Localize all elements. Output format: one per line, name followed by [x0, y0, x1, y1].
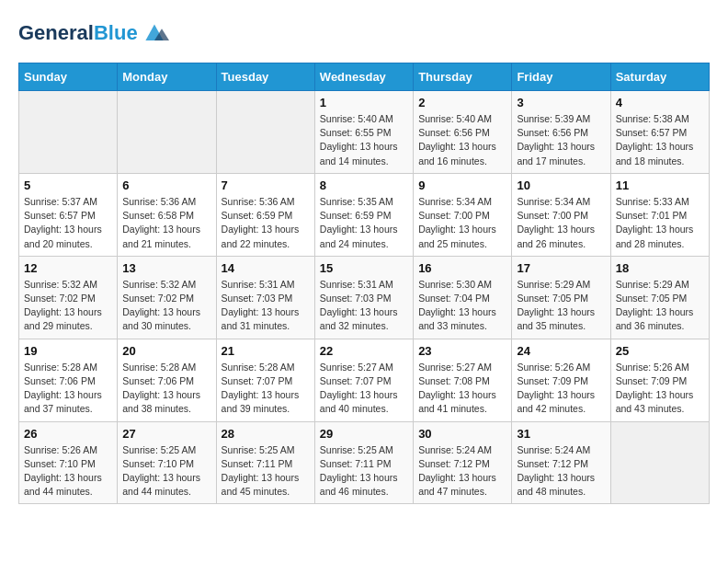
day-number: 13 — [122, 261, 210, 275]
calendar-cell: 9Sunrise: 5:34 AM Sunset: 7:00 PM Daylig… — [414, 173, 512, 256]
day-info: Sunrise: 5:26 AM Sunset: 7:09 PM Dayligh… — [616, 361, 704, 417]
logo: GeneralBlue — [18, 18, 169, 48]
calendar-week-4: 19Sunrise: 5:28 AM Sunset: 7:06 PM Dayli… — [19, 339, 710, 421]
day-number: 31 — [517, 427, 605, 441]
day-number: 29 — [320, 427, 408, 441]
day-info: Sunrise: 5:34 AM Sunset: 7:00 PM Dayligh… — [517, 195, 605, 251]
day-info: Sunrise: 5:29 AM Sunset: 7:05 PM Dayligh… — [616, 278, 704, 334]
calendar-cell: 5Sunrise: 5:37 AM Sunset: 6:57 PM Daylig… — [19, 173, 118, 256]
calendar-cell: 17Sunrise: 5:29 AM Sunset: 7:05 PM Dayli… — [512, 256, 610, 339]
calendar-cell: 23Sunrise: 5:27 AM Sunset: 7:08 PM Dayli… — [414, 339, 512, 421]
day-number: 26 — [24, 427, 112, 441]
day-info: Sunrise: 5:25 AM Sunset: 7:11 PM Dayligh… — [222, 443, 310, 500]
day-number: 8 — [320, 178, 408, 192]
day-number: 3 — [517, 96, 605, 109]
calendar-cell: 28Sunrise: 5:25 AM Sunset: 7:11 PM Dayli… — [216, 421, 314, 504]
day-info: Sunrise: 5:39 AM Sunset: 6:56 PM Dayligh… — [517, 112, 605, 168]
calendar-cell: 29Sunrise: 5:25 AM Sunset: 7:11 PM Dayli… — [314, 421, 413, 504]
day-number: 21 — [222, 344, 310, 358]
day-number: 23 — [418, 344, 506, 358]
day-number: 16 — [418, 261, 506, 275]
page-header: GeneralBlue — [18, 18, 710, 48]
day-number: 25 — [616, 344, 704, 358]
day-header-monday: Monday — [118, 63, 216, 91]
day-info: Sunrise: 5:29 AM Sunset: 7:05 PM Dayligh… — [517, 278, 605, 334]
day-header-sunday: Sunday — [19, 63, 118, 91]
day-header-saturday: Saturday — [610, 63, 709, 91]
calendar-cell: 14Sunrise: 5:31 AM Sunset: 7:03 PM Dayli… — [216, 256, 314, 339]
calendar-cell: 20Sunrise: 5:28 AM Sunset: 7:06 PM Dayli… — [118, 339, 216, 421]
day-info: Sunrise: 5:32 AM Sunset: 7:02 PM Dayligh… — [122, 278, 210, 334]
day-info: Sunrise: 5:25 AM Sunset: 7:11 PM Dayligh… — [320, 443, 408, 500]
calendar-cell — [216, 91, 314, 174]
calendar-cell: 7Sunrise: 5:36 AM Sunset: 6:59 PM Daylig… — [216, 173, 314, 256]
day-info: Sunrise: 5:27 AM Sunset: 7:07 PM Dayligh… — [320, 361, 408, 417]
calendar-week-3: 12Sunrise: 5:32 AM Sunset: 7:02 PM Dayli… — [19, 256, 710, 339]
day-info: Sunrise: 5:40 AM Sunset: 6:56 PM Dayligh… — [418, 112, 506, 168]
day-info: Sunrise: 5:30 AM Sunset: 7:04 PM Dayligh… — [418, 278, 506, 334]
day-number: 19 — [24, 344, 112, 358]
day-number: 6 — [122, 178, 210, 192]
day-number: 4 — [616, 96, 704, 109]
day-number: 18 — [616, 261, 704, 275]
day-info: Sunrise: 5:36 AM Sunset: 6:59 PM Dayligh… — [222, 195, 310, 251]
day-info: Sunrise: 5:35 AM Sunset: 6:59 PM Dayligh… — [320, 195, 408, 251]
day-info: Sunrise: 5:27 AM Sunset: 7:08 PM Dayligh… — [418, 361, 506, 417]
day-number: 17 — [517, 261, 605, 275]
calendar-cell: 26Sunrise: 5:26 AM Sunset: 7:10 PM Dayli… — [19, 421, 118, 504]
calendar-cell: 15Sunrise: 5:31 AM Sunset: 7:03 PM Dayli… — [314, 256, 413, 339]
calendar-cell — [19, 91, 118, 174]
day-info: Sunrise: 5:36 AM Sunset: 6:58 PM Dayligh… — [122, 195, 210, 251]
calendar-cell: 22Sunrise: 5:27 AM Sunset: 7:07 PM Dayli… — [314, 339, 413, 421]
header-row: SundayMondayTuesdayWednesdayThursdayFrid… — [19, 63, 710, 91]
day-header-wednesday: Wednesday — [314, 63, 413, 91]
calendar-cell: 16Sunrise: 5:30 AM Sunset: 7:04 PM Dayli… — [414, 256, 512, 339]
day-info: Sunrise: 5:26 AM Sunset: 7:10 PM Dayligh… — [24, 443, 112, 500]
day-number: 11 — [616, 178, 704, 192]
day-info: Sunrise: 5:26 AM Sunset: 7:09 PM Dayligh… — [517, 361, 605, 417]
day-info: Sunrise: 5:31 AM Sunset: 7:03 PM Dayligh… — [222, 278, 310, 334]
day-info: Sunrise: 5:28 AM Sunset: 7:06 PM Dayligh… — [24, 361, 112, 417]
calendar-cell: 11Sunrise: 5:33 AM Sunset: 7:01 PM Dayli… — [610, 173, 709, 256]
day-number: 20 — [122, 344, 210, 358]
calendar-table: SundayMondayTuesdayWednesdayThursdayFrid… — [18, 63, 710, 504]
day-header-tuesday: Tuesday — [216, 63, 314, 91]
day-number: 15 — [320, 261, 408, 275]
day-number: 24 — [517, 344, 605, 358]
calendar-week-1: 1Sunrise: 5:40 AM Sunset: 6:55 PM Daylig… — [19, 91, 710, 174]
day-number: 14 — [222, 261, 310, 275]
day-info: Sunrise: 5:33 AM Sunset: 7:01 PM Dayligh… — [616, 195, 704, 251]
day-header-friday: Friday — [512, 63, 610, 91]
day-header-thursday: Thursday — [414, 63, 512, 91]
day-number: 5 — [24, 178, 112, 192]
calendar-cell: 18Sunrise: 5:29 AM Sunset: 7:05 PM Dayli… — [610, 256, 709, 339]
calendar-cell: 30Sunrise: 5:24 AM Sunset: 7:12 PM Dayli… — [414, 421, 512, 504]
day-number: 28 — [222, 427, 310, 441]
calendar-cell: 25Sunrise: 5:26 AM Sunset: 7:09 PM Dayli… — [610, 339, 709, 421]
calendar-cell: 3Sunrise: 5:39 AM Sunset: 6:56 PM Daylig… — [512, 91, 610, 174]
calendar-cell: 6Sunrise: 5:36 AM Sunset: 6:58 PM Daylig… — [118, 173, 216, 256]
day-number: 7 — [222, 178, 310, 192]
day-info: Sunrise: 5:28 AM Sunset: 7:07 PM Dayligh… — [222, 361, 310, 417]
day-info: Sunrise: 5:37 AM Sunset: 6:57 PM Dayligh… — [24, 195, 112, 251]
calendar-cell: 13Sunrise: 5:32 AM Sunset: 7:02 PM Dayli… — [118, 256, 216, 339]
day-info: Sunrise: 5:28 AM Sunset: 7:06 PM Dayligh… — [122, 361, 210, 417]
calendar-cell: 12Sunrise: 5:32 AM Sunset: 7:02 PM Dayli… — [19, 256, 118, 339]
day-number: 1 — [320, 96, 408, 109]
day-info: Sunrise: 5:34 AM Sunset: 7:00 PM Dayligh… — [418, 195, 506, 251]
calendar-cell: 19Sunrise: 5:28 AM Sunset: 7:06 PM Dayli… — [19, 339, 118, 421]
day-number: 2 — [418, 96, 506, 109]
calendar-cell: 31Sunrise: 5:24 AM Sunset: 7:12 PM Dayli… — [512, 421, 610, 504]
calendar-cell: 8Sunrise: 5:35 AM Sunset: 6:59 PM Daylig… — [314, 173, 413, 256]
calendar-week-2: 5Sunrise: 5:37 AM Sunset: 6:57 PM Daylig… — [19, 173, 710, 256]
day-info: Sunrise: 5:24 AM Sunset: 7:12 PM Dayligh… — [418, 443, 506, 500]
day-number: 30 — [418, 427, 506, 441]
day-number: 22 — [320, 344, 408, 358]
day-number: 27 — [122, 427, 210, 441]
calendar-week-5: 26Sunrise: 5:26 AM Sunset: 7:10 PM Dayli… — [19, 421, 710, 504]
calendar-cell — [610, 421, 709, 504]
calendar-cell: 21Sunrise: 5:28 AM Sunset: 7:07 PM Dayli… — [216, 339, 314, 421]
day-info: Sunrise: 5:31 AM Sunset: 7:03 PM Dayligh… — [320, 278, 408, 334]
day-info: Sunrise: 5:24 AM Sunset: 7:12 PM Dayligh… — [517, 443, 605, 500]
day-info: Sunrise: 5:25 AM Sunset: 7:10 PM Dayligh… — [122, 443, 210, 500]
